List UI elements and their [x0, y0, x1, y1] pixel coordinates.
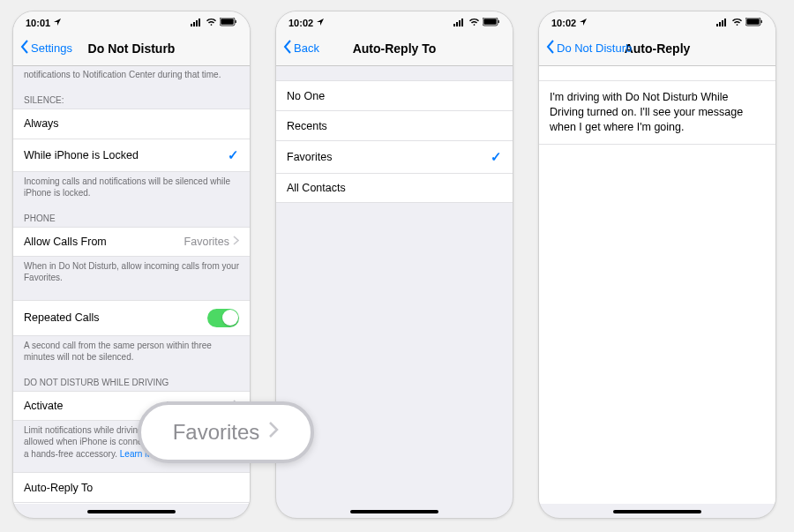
section-footer-allow-calls: When in Do Not Disturb, allow incoming c…	[13, 257, 250, 291]
cell-auto-reply[interactable]: Auto-Reply I'm driving with Do Not Distu…	[13, 502, 250, 504]
svg-rect-17	[724, 19, 726, 26]
svg-rect-1	[193, 22, 195, 26]
home-indicator[interactable]	[350, 510, 438, 513]
scroll-content[interactable]: I'm driving with Do Not Disturb While Dr…	[539, 66, 775, 504]
back-button[interactable]: Do Not Disturb	[546, 40, 632, 56]
svg-rect-7	[453, 24, 455, 26]
section-footer-trail: notifications to Notification Center dur…	[13, 66, 250, 88]
wifi-icon	[206, 18, 217, 28]
back-label: Do Not Disturb	[557, 41, 632, 55]
location-icon	[53, 18, 62, 28]
option-favorites[interactable]: Favorites ✓	[276, 140, 513, 173]
chevron-right-icon	[268, 421, 279, 444]
cell-silence-locked[interactable]: While iPhone is Locked ✓	[13, 139, 250, 172]
section-footer-silence: Incoming calls and notifications will be…	[13, 172, 250, 206]
back-button[interactable]: Settings	[20, 40, 72, 56]
chevron-left-icon	[283, 40, 292, 56]
home-indicator[interactable]	[87, 510, 176, 513]
callout-favorites: Favorites	[138, 401, 314, 463]
svg-rect-3	[198, 19, 200, 26]
back-label: Settings	[31, 41, 72, 55]
nav-bar: Back Auto-Reply To	[276, 31, 513, 66]
svg-rect-19	[746, 19, 759, 24]
cell-label: Always	[24, 117, 59, 130]
cell-label: Activate	[24, 400, 63, 412]
home-indicator[interactable]	[613, 510, 701, 513]
svg-rect-0	[191, 24, 192, 26]
option-label: No One	[287, 90, 325, 102]
nav-bar: Do Not Disturb Auto-Reply	[539, 31, 775, 66]
option-no-one[interactable]: No One	[276, 80, 513, 110]
battery-icon	[483, 18, 500, 28]
clock-time: 10:02	[288, 18, 313, 28]
chevron-left-icon	[546, 40, 555, 56]
signal-icon	[191, 18, 203, 28]
callout-label: Favorites	[173, 420, 260, 445]
cell-detail: Favorites	[184, 236, 239, 248]
section-footer-repeated: A second call from the same person withi…	[13, 336, 250, 371]
cell-label: Allow Calls From	[24, 236, 107, 248]
clock-time: 10:01	[26, 18, 50, 28]
svg-rect-13	[498, 20, 499, 23]
svg-rect-16	[722, 20, 723, 26]
checkmark-icon: ✓	[228, 147, 239, 163]
location-icon	[579, 18, 588, 28]
cell-auto-reply-to[interactable]: Auto-Reply To	[13, 472, 250, 502]
switch-on[interactable]	[207, 309, 239, 327]
checkmark-icon: ✓	[491, 149, 502, 165]
section-header-silence: SILENCE:	[13, 88, 250, 109]
cell-silence-always[interactable]: Always	[13, 109, 250, 139]
option-all-contacts[interactable]: All Contacts	[276, 173, 513, 203]
auto-reply-textarea[interactable]: I'm driving with Do Not Disturb While Dr…	[539, 80, 775, 145]
status-bar: 10:02	[539, 11, 775, 31]
clock-time: 10:02	[551, 18, 576, 28]
cell-allow-calls[interactable]: Allow Calls From Favorites	[13, 227, 250, 257]
svg-rect-10	[461, 19, 463, 26]
svg-rect-15	[719, 22, 721, 26]
status-bar: 10:01	[13, 11, 250, 31]
option-label: Favorites	[287, 151, 332, 163]
section-header-phone: PHONE	[13, 206, 250, 227]
svg-rect-2	[196, 20, 198, 26]
chevron-left-icon	[20, 40, 29, 56]
option-label: Recents	[287, 120, 327, 132]
svg-rect-9	[459, 20, 461, 26]
back-button[interactable]: Back	[283, 40, 319, 56]
wifi-icon	[468, 18, 480, 28]
svg-rect-5	[221, 19, 233, 24]
battery-icon	[745, 18, 763, 28]
section-header-driving: DO NOT DISTURB WHILE DRIVING	[13, 371, 250, 391]
svg-rect-6	[236, 20, 236, 23]
svg-rect-14	[716, 24, 718, 26]
wifi-icon	[731, 18, 743, 28]
cell-label: While iPhone is Locked	[24, 149, 139, 161]
screenshot-auto-reply: 10:02 Do Not Disturb Auto-Reply I'm driv…	[538, 11, 776, 519]
svg-rect-20	[761, 20, 762, 23]
option-recents[interactable]: Recents	[276, 110, 513, 140]
signal-icon	[716, 18, 729, 28]
status-bar: 10:02	[276, 11, 513, 31]
location-icon	[316, 18, 325, 28]
cell-repeated-calls[interactable]: Repeated Calls	[13, 300, 250, 336]
svg-rect-12	[483, 19, 496, 24]
cell-label: Auto-Reply To	[24, 482, 93, 494]
chevron-right-icon	[233, 236, 239, 248]
cell-label: Repeated Calls	[24, 311, 99, 324]
svg-rect-8	[456, 22, 458, 26]
nav-bar: Settings Do Not Disturb	[13, 31, 250, 66]
battery-icon	[220, 18, 237, 28]
back-label: Back	[294, 41, 319, 55]
option-label: All Contacts	[287, 182, 346, 194]
signal-icon	[453, 18, 466, 28]
